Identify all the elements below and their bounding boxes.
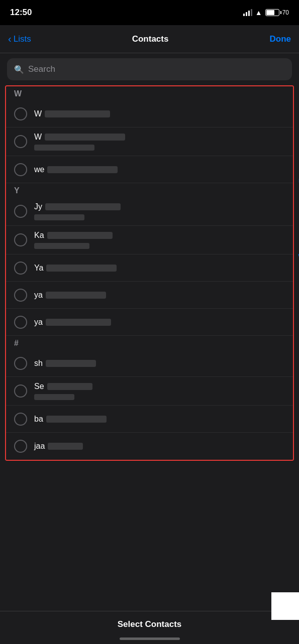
contact-name-prefix: Se — [34, 382, 44, 391]
contact-row[interactable]: Ka — [6, 226, 293, 254]
radio-button[interactable] — [14, 357, 27, 370]
radio-button[interactable] — [14, 135, 27, 148]
home-indicator — [0, 637, 299, 644]
redacted-name — [48, 443, 83, 450]
page-title: Contacts — [132, 34, 169, 44]
done-button[interactable]: Done — [270, 34, 291, 44]
contacts-list-wrapper: WWWweYJyKaYayaya#shSebajaa ABCDEFGHIJKLM… — [5, 85, 294, 461]
back-label: Lists — [14, 34, 31, 44]
contact-name-prefix: jaa — [34, 442, 45, 451]
redacted-detail — [34, 214, 84, 220]
contact-row[interactable]: we — [6, 156, 293, 183]
contact-name-row: Ya — [34, 264, 285, 273]
search-placeholder: Search — [28, 64, 55, 74]
contact-row[interactable]: ya — [6, 282, 293, 309]
contact-name-row: sh — [34, 359, 285, 368]
search-bar[interactable]: 🔍 Search — [7, 58, 292, 80]
redacted-name — [45, 203, 121, 210]
contact-name-row: ya — [34, 318, 285, 327]
redacted-name — [45, 110, 110, 117]
signal-icon — [243, 9, 252, 16]
radio-button[interactable] — [14, 233, 27, 246]
contact-name-prefix: W — [34, 109, 42, 118]
contact-row[interactable]: Ya — [6, 254, 293, 282]
contact-name-row: W — [34, 133, 285, 142]
redacted-name — [46, 292, 106, 299]
redacted-name — [47, 383, 92, 390]
contact-name-row: W — [34, 109, 285, 118]
select-contacts-button[interactable]: Select Contacts — [0, 611, 299, 637]
contact-name-prefix: Ka — [34, 231, 44, 240]
contact-name-prefix: Ya — [34, 264, 43, 273]
contact-row[interactable]: ya — [6, 309, 293, 336]
redacted-name — [46, 265, 117, 272]
contact-detail-row — [34, 242, 285, 249]
redacted-name — [47, 166, 118, 173]
radio-button[interactable] — [14, 205, 27, 218]
redacted-detail — [34, 243, 89, 249]
contact-row[interactable]: W — [6, 127, 293, 156]
contact-name-row: we — [34, 165, 285, 174]
bottom-bar: Select Contacts — [0, 611, 299, 644]
radio-button[interactable] — [14, 316, 27, 329]
radio-button[interactable] — [14, 413, 27, 426]
contact-name-row: ba — [34, 415, 285, 424]
radio-button[interactable] — [14, 107, 27, 120]
nav-bar: ‹ Lists Contacts Done — [0, 25, 299, 53]
search-container: 🔍 Search — [0, 53, 299, 85]
white-square — [271, 592, 299, 620]
contact-name-prefix: W — [34, 133, 42, 142]
status-icons: ▲ 70 — [243, 9, 289, 17]
contact-row[interactable]: sh — [6, 350, 293, 377]
contact-info: W — [34, 109, 285, 118]
contact-name-prefix: we — [34, 165, 44, 174]
section-header-#: # — [6, 336, 293, 350]
radio-button[interactable] — [14, 440, 27, 453]
contact-row[interactable]: ba — [6, 406, 293, 433]
contacts-list: WWWweYJyKaYayaya#shSebajaa — [5, 85, 294, 461]
contact-name-prefix: ba — [34, 415, 43, 424]
contact-detail-row — [34, 213, 285, 220]
contact-info: W — [34, 133, 285, 151]
contact-name-row: ya — [34, 291, 285, 300]
radio-button[interactable] — [14, 289, 27, 302]
battery-icon: 70 — [265, 9, 289, 16]
redacted-name — [47, 232, 113, 239]
redacted-name — [45, 134, 125, 141]
contact-info: Ka — [34, 231, 285, 249]
contact-info: Se — [34, 382, 285, 400]
contact-row[interactable]: jaa — [6, 433, 293, 460]
contact-name-prefix: ya — [34, 291, 43, 300]
back-button[interactable]: ‹ Lists — [8, 33, 31, 45]
contact-info: ya — [34, 291, 285, 300]
contact-detail-row — [34, 393, 285, 400]
contact-name-prefix: ya — [34, 318, 43, 327]
contact-row[interactable]: W — [6, 100, 293, 127]
contact-name-prefix: Jy — [34, 202, 42, 211]
contact-row[interactable]: Jy — [6, 197, 293, 226]
radio-button[interactable] — [14, 163, 27, 176]
status-bar: 12:50 ▲ 70 — [0, 0, 299, 25]
chevron-left-icon: ‹ — [8, 33, 12, 45]
contact-info: Ya — [34, 264, 285, 273]
search-icon: 🔍 — [14, 65, 24, 74]
contact-info: ba — [34, 415, 285, 424]
contact-info: ya — [34, 318, 285, 327]
contact-info: Jy — [34, 202, 285, 220]
contact-info: jaa — [34, 442, 285, 451]
radio-button[interactable] — [14, 384, 27, 398]
redacted-detail — [34, 394, 74, 400]
wifi-icon: ▲ — [255, 9, 262, 17]
contact-row[interactable]: Se — [6, 377, 293, 406]
radio-button[interactable] — [14, 262, 27, 275]
contact-info: we — [34, 165, 285, 174]
contact-info: sh — [34, 359, 285, 368]
contact-name-row: Ka — [34, 231, 285, 240]
contact-name-row: Se — [34, 382, 285, 391]
home-bar — [120, 637, 180, 640]
section-header-Y: Y — [6, 183, 293, 197]
redacted-detail — [34, 145, 94, 151]
redacted-name — [46, 319, 111, 326]
contact-name-row: jaa — [34, 442, 285, 451]
status-time: 12:50 — [10, 8, 32, 18]
